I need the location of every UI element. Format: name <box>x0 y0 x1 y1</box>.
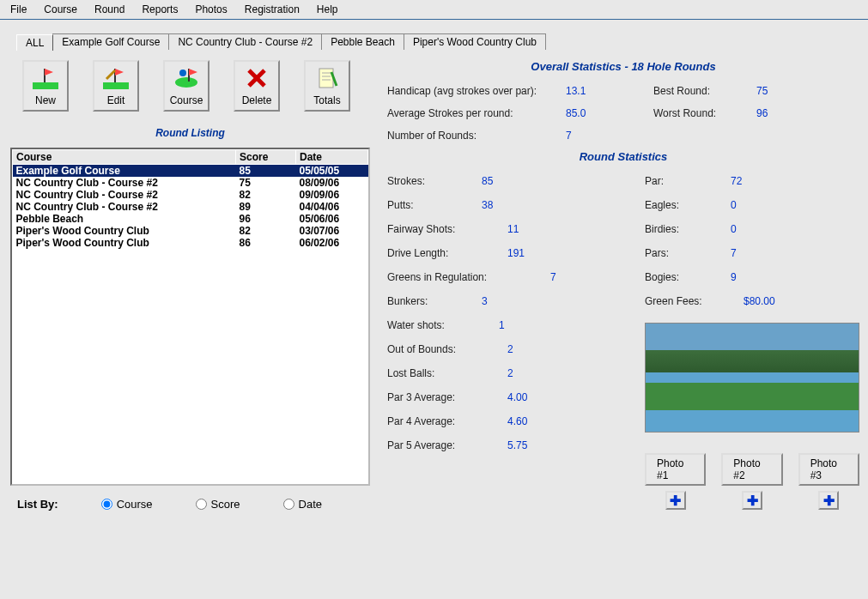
p5-value: 5.75 <box>507 439 527 451</box>
round-listing-heading: Round Listing <box>10 127 370 139</box>
edit-button[interactable]: Edit <box>93 60 139 112</box>
pencil-flag-icon <box>103 62 129 94</box>
oob-label: Out of Bounds: <box>387 343 507 355</box>
photo-3-add-button[interactable]: ✚ <box>818 491 839 510</box>
p3-label: Par 3 Average: <box>387 391 507 403</box>
new-label: New <box>35 94 56 106</box>
table-row[interactable]: Pebble Beach9605/06/06 <box>13 213 368 225</box>
table-row[interactable]: Piper's Wood Country Club8606/02/06 <box>13 237 368 249</box>
col-date[interactable]: Date <box>296 150 368 165</box>
table-row[interactable]: NC Country Club - Course #28904/04/06 <box>13 201 368 213</box>
eagles-label: Eagles: <box>645 199 731 211</box>
tab-nc-country[interactable]: NC Country Club - Course #2 <box>168 33 322 50</box>
p5-label: Par 5 Average: <box>387 439 507 451</box>
svg-marker-9 <box>189 69 197 76</box>
handicap-label: Handicap (avg strokes over par): <box>387 85 566 97</box>
menu-photos[interactable]: Photos <box>188 2 234 17</box>
listby-course[interactable]: Course <box>101 498 153 511</box>
p4-value: 4.60 <box>507 415 527 427</box>
putts-label: Putts: <box>387 199 482 211</box>
table-row[interactable]: Piper's Wood Country Club8203/07/06 <box>13 225 368 237</box>
fairway-label: Fairway Shots: <box>387 223 507 235</box>
tab-all[interactable]: ALL <box>16 34 53 51</box>
totals-button[interactable]: Totals <box>304 60 350 112</box>
tab-pipers[interactable]: Piper's Wood Country Club <box>404 33 546 50</box>
lost-label: Lost Balls: <box>387 367 507 379</box>
eagles-value: 0 <box>731 199 737 211</box>
lost-value: 2 <box>507 367 513 379</box>
course-tabs: ALL Example Golf Course NC Country Club … <box>17 32 868 50</box>
tab-pebble[interactable]: Pebble Beach <box>321 33 404 50</box>
golf-hole-icon <box>173 62 199 94</box>
handicap-value: 13.1 <box>566 85 586 97</box>
golf-flag-icon <box>33 62 58 94</box>
table-row[interactable]: NC Country Club - Course #28209/09/06 <box>13 189 368 201</box>
listby-score[interactable]: Score <box>196 498 240 511</box>
menu-help[interactable]: Help <box>310 2 345 17</box>
bunkers-value: 3 <box>482 295 488 307</box>
svg-line-6 <box>106 70 115 79</box>
course-label: Course <box>170 94 203 106</box>
par-label: Par: <box>645 175 731 187</box>
course-button[interactable]: Course <box>163 60 209 112</box>
menu-registration[interactable]: Registration <box>238 2 307 17</box>
plus-icon: ✚ <box>823 493 835 509</box>
table-row[interactable]: NC Country Club - Course #27508/09/06 <box>13 177 368 189</box>
listby-date[interactable]: Date <box>283 498 322 511</box>
menu-course[interactable]: Course <box>37 2 84 17</box>
photo-3-button[interactable]: Photo #3 <box>798 453 859 486</box>
round-listbox[interactable]: Course Score Date Example Golf Course850… <box>10 148 370 486</box>
putts-value: 38 <box>482 199 493 211</box>
bogies-value: 9 <box>731 271 737 283</box>
svg-rect-13 <box>319 69 333 88</box>
strokes-value: 85 <box>482 175 493 187</box>
water-value: 1 <box>499 319 505 331</box>
notepad-pencil-icon <box>316 62 338 94</box>
p3-value: 4.00 <box>507 391 527 403</box>
strokes-label: Strokes: <box>387 175 482 187</box>
photo-2-add-button[interactable]: ✚ <box>742 491 762 510</box>
gir-value: 7 <box>550 271 556 283</box>
numrounds-label: Number of Rounds: <box>387 130 566 142</box>
toolbar: New Edit Course Delete <box>10 60 370 112</box>
best-round-value: 75 <box>756 85 768 97</box>
edit-label: Edit <box>107 94 125 106</box>
water-label: Water shots: <box>387 319 499 331</box>
fairway-value: 11 <box>507 223 519 235</box>
photo-1-button[interactable]: Photo #1 <box>645 453 706 486</box>
svg-rect-0 <box>33 82 58 89</box>
menu-round[interactable]: Round <box>88 2 131 17</box>
par-value: 72 <box>731 175 742 187</box>
bunkers-label: Bunkers: <box>387 295 482 307</box>
menubar: File Course Round Reports Photos Registr… <box>0 0 868 20</box>
avgstrokes-value: 85.0 <box>566 107 586 119</box>
listby-row: List By: Course Score Date <box>10 498 370 511</box>
totals-label: Totals <box>313 94 340 106</box>
drive-value: 191 <box>507 247 525 259</box>
avgstrokes-label: Average Strokes per round: <box>387 107 566 119</box>
best-round-label: Best Round: <box>653 85 756 97</box>
new-button[interactable]: New <box>22 60 69 112</box>
photo-buttons-row: Photo #1 ✚ Photo #2 ✚ Photo #3 ✚ <box>645 453 859 510</box>
menu-file[interactable]: File <box>3 2 33 17</box>
worst-round-value: 96 <box>756 107 768 119</box>
delete-button[interactable]: Delete <box>234 60 280 112</box>
col-score[interactable]: Score <box>236 150 296 165</box>
p4-label: Par 4 Average: <box>387 415 507 427</box>
oob-value: 2 <box>507 343 513 355</box>
col-course[interactable]: Course <box>13 150 236 165</box>
menu-reports[interactable]: Reports <box>135 2 185 17</box>
round-stats-title: Round Statistics <box>387 150 859 163</box>
delete-label: Delete <box>242 94 272 106</box>
drive-label: Drive Length: <box>387 247 507 259</box>
svg-rect-3 <box>103 82 129 89</box>
svg-point-7 <box>175 77 197 88</box>
svg-marker-2 <box>45 69 53 76</box>
photo-1-add-button[interactable]: ✚ <box>665 491 686 510</box>
birdies-value: 0 <box>731 223 737 235</box>
plus-icon: ✚ <box>747 493 758 509</box>
photo-2-button[interactable]: Photo #2 <box>721 453 782 486</box>
tab-example-golf[interactable]: Example Golf Course <box>52 33 169 50</box>
overall-stats-title: Overall Statistics - 18 Hole Rounds <box>387 60 859 73</box>
table-row[interactable]: Example Golf Course8505/05/05 <box>13 165 368 178</box>
